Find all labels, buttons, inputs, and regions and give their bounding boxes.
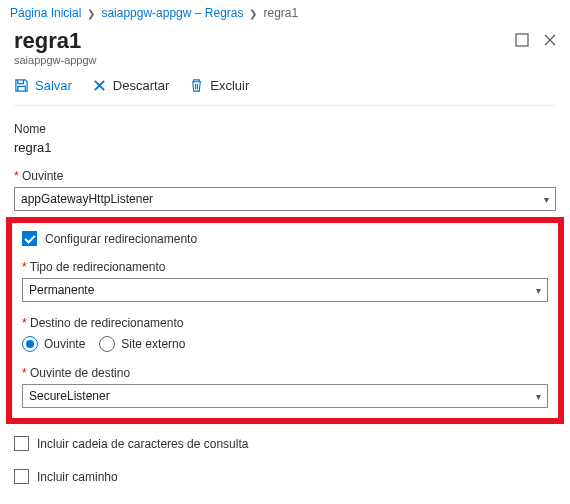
breadcrumb-home[interactable]: Página Inicial	[10, 6, 81, 20]
breadcrumb-parent[interactable]: saiappgw-appgw – Regras	[101, 6, 243, 20]
radio-icon	[22, 336, 38, 352]
page-subtitle: saiappgw-appgw	[14, 54, 97, 66]
configure-redirect-label: Configurar redirecionamento	[45, 232, 197, 246]
redirect-dest-label: Destino de redirecionamento	[22, 316, 548, 330]
save-button[interactable]: Salvar	[14, 78, 72, 93]
chevron-down-icon: ▾	[544, 194, 549, 205]
discard-label: Descartar	[113, 78, 169, 93]
close-icon[interactable]	[542, 32, 558, 48]
chevron-right-icon: ❯	[249, 8, 257, 19]
delete-button[interactable]: Excluir	[189, 78, 249, 93]
listener-select[interactable]: appGatewayHttpListener ▾	[14, 187, 556, 211]
toolbar: Salvar Descartar Excluir	[0, 68, 570, 101]
radio-icon	[99, 336, 115, 352]
trash-icon	[189, 78, 204, 93]
dest-listener-value: SecureListener	[29, 389, 110, 403]
delete-label: Excluir	[210, 78, 249, 93]
chevron-right-icon: ❯	[87, 8, 95, 19]
chevron-down-icon: ▾	[536, 391, 541, 402]
radio-external[interactable]: Site externo	[99, 336, 185, 352]
save-label: Salvar	[35, 78, 72, 93]
discard-icon	[92, 78, 107, 93]
radio-listener[interactable]: Ouvinte	[22, 336, 85, 352]
page-title: regra1	[14, 28, 97, 54]
breadcrumb: Página Inicial ❯ saiappgw-appgw – Regras…	[0, 0, 570, 24]
redirect-type-label: Tipo de redirecionamento	[22, 260, 548, 274]
breadcrumb-current: regra1	[263, 6, 298, 20]
chevron-down-icon: ▾	[536, 285, 541, 296]
include-path-checkbox[interactable]	[14, 469, 29, 484]
redirect-type-select[interactable]: Permanente ▾	[22, 278, 548, 302]
redirect-section: Configurar redirecionamento Tipo de redi…	[6, 217, 564, 424]
name-value: regra1	[14, 140, 556, 155]
name-label: Nome	[14, 122, 556, 136]
radio-listener-label: Ouvinte	[44, 337, 85, 351]
save-icon	[14, 78, 29, 93]
radio-external-label: Site externo	[121, 337, 185, 351]
include-query-label: Incluir cadeia de caracteres de consulta	[37, 437, 248, 451]
dest-listener-label: Ouvinte de destino	[22, 366, 548, 380]
listener-label: Ouvinte	[14, 169, 556, 183]
svg-rect-0	[516, 34, 528, 46]
include-path-label: Incluir caminho	[37, 470, 118, 484]
discard-button[interactable]: Descartar	[92, 78, 169, 93]
redirect-type-value: Permanente	[29, 283, 94, 297]
configure-redirect-checkbox[interactable]	[22, 231, 37, 246]
maximize-icon[interactable]	[514, 32, 530, 48]
listener-select-value: appGatewayHttpListener	[21, 192, 153, 206]
dest-listener-select[interactable]: SecureListener ▾	[22, 384, 548, 408]
include-query-checkbox[interactable]	[14, 436, 29, 451]
